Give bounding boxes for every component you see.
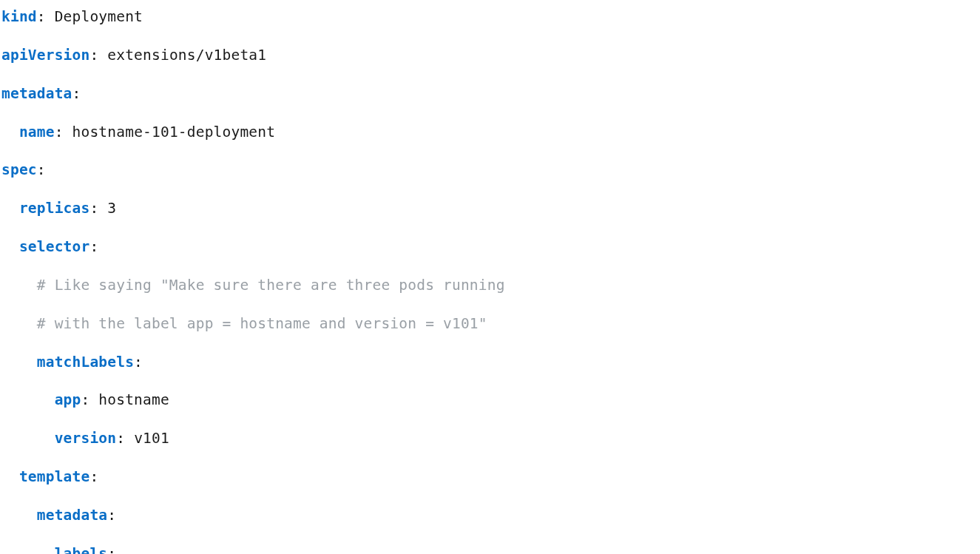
line-matchlabels-app: app: hostname <box>1 391 980 410</box>
key-kind: kind <box>1 8 37 25</box>
key-apiversion: apiVersion <box>1 47 89 64</box>
key-matchlabels: matchLabels <box>37 354 134 371</box>
key-name: name <box>19 124 55 141</box>
comment: # with the label app = hostname and vers… <box>37 315 487 332</box>
value-matchlabels-app: hostname <box>98 391 169 408</box>
value-matchlabels-version: v101 <box>134 430 169 447</box>
line-labels: labels: <box>1 544 980 554</box>
line-matchlabels-version: version: v101 <box>1 429 980 448</box>
key-labels: labels <box>55 545 108 554</box>
line-selector-comment2: # with the label app = hostname and vers… <box>1 314 980 334</box>
key-metadata: metadata <box>37 507 108 524</box>
comment: # Like saying "Make sure there are three… <box>37 277 505 294</box>
line-replicas: replicas: 3 <box>1 199 980 218</box>
key-app: app <box>55 391 81 408</box>
key-replicas: replicas <box>19 200 90 217</box>
line-metadata-name: name: hostname-101-deployment <box>1 123 980 142</box>
value-metadata-name: hostname-101-deployment <box>72 124 276 141</box>
line-matchlabels: matchLabels: <box>1 353 980 372</box>
line-metadata: metadata: <box>1 84 980 104</box>
value-replicas: 3 <box>107 200 116 217</box>
line-template: template: <box>1 467 980 487</box>
line-kind: kind: Deployment <box>1 7 980 27</box>
line-template-metadata: metadata: <box>1 506 980 525</box>
key-selector: selector <box>19 238 90 255</box>
value-kind: Deployment <box>55 8 143 25</box>
line-selector: selector: <box>1 237 980 257</box>
key-template: template <box>19 468 90 485</box>
key-spec: spec <box>1 161 37 178</box>
key-version: version <box>55 430 117 447</box>
yaml-code-block: kind: Deployment apiVersion: extensions/… <box>0 0 980 554</box>
key-metadata: metadata <box>1 85 72 102</box>
line-spec: spec: <box>1 161 980 180</box>
value-apiversion: extensions/v1beta1 <box>107 47 266 64</box>
line-selector-comment1: # Like saying "Make sure there are three… <box>1 276 980 295</box>
line-apiversion: apiVersion: extensions/v1beta1 <box>1 46 980 65</box>
